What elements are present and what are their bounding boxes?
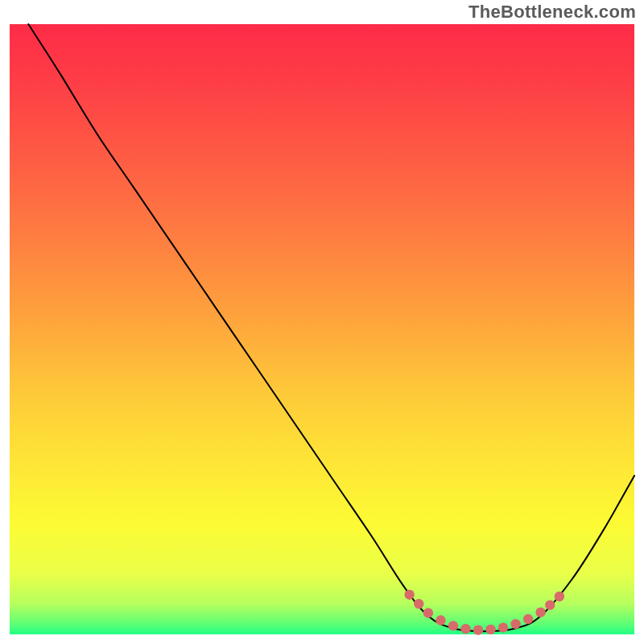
marker-dot bbox=[460, 624, 470, 634]
marker-dot bbox=[510, 619, 520, 629]
marker-dot bbox=[535, 608, 545, 617]
plot-background bbox=[10, 24, 634, 634]
chart-svg bbox=[0, 0, 644, 644]
marker-dot bbox=[404, 590, 414, 600]
marker-dot bbox=[498, 622, 508, 632]
marker-dot bbox=[448, 621, 458, 630]
marker-dot bbox=[414, 599, 423, 609]
marker-dot bbox=[523, 614, 533, 624]
marker-dot bbox=[473, 625, 483, 634]
marker-dot bbox=[545, 600, 555, 609]
marker-dot bbox=[555, 592, 564, 601]
marker-dot bbox=[423, 608, 433, 617]
chart-container: TheBottleneck.com bbox=[0, 0, 644, 644]
marker-dot bbox=[485, 625, 495, 634]
watermark-text: TheBottleneck.com bbox=[469, 2, 636, 23]
marker-dot bbox=[436, 615, 445, 625]
